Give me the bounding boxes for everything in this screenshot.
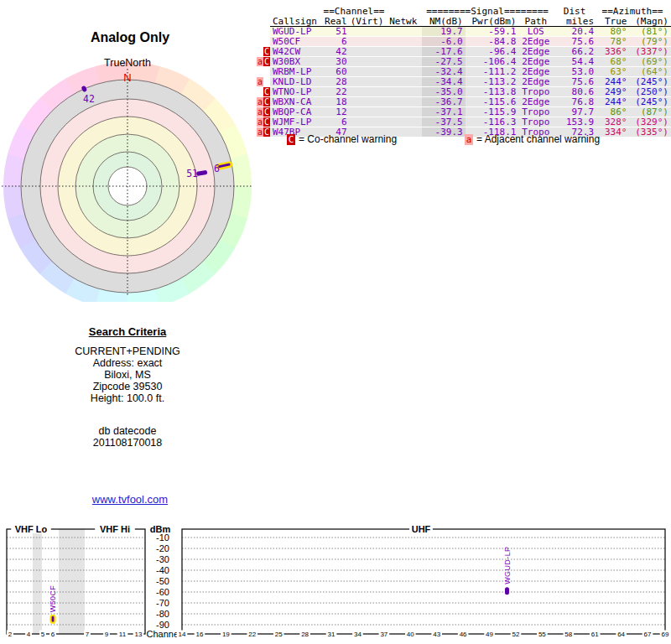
table-row: WRBM-LP60-32.4-111.22Edge53.063°(64°)	[257, 67, 671, 77]
group-header-channel: ==Channel==	[324, 7, 388, 17]
dbm-tick-label: -40	[156, 565, 169, 575]
channel-tick-label: 14	[179, 631, 186, 638]
tvfool-link[interactable]: www.tvfool.com	[92, 493, 168, 506]
search-criteria-heading: Search Criteria	[27, 326, 228, 338]
co-channel-warning-icon: C	[263, 87, 270, 96]
cell-dist-miles: 75.6	[555, 77, 596, 87]
radar-channel-label: 51	[186, 168, 198, 179]
channel-tick-label: 55	[538, 631, 546, 638]
cell-azimuth-true: 78°	[596, 37, 629, 47]
adjacent-channel-legend-text: = Adjacent channel warning	[476, 133, 600, 145]
highlighted-station-point	[51, 615, 55, 623]
cell-nm-db: -37.1	[422, 107, 466, 117]
warning-badges-cell: a	[257, 77, 270, 87]
cell-callsign: WTNO-LP	[270, 87, 324, 97]
channel-tick-label: 34	[354, 631, 362, 638]
cell-path: Tropo	[518, 87, 555, 97]
adjacent-channel-warning-icon: a	[257, 57, 263, 66]
group-header-dist: Dist	[555, 7, 596, 17]
cell-callsign: WJMF-LP	[270, 117, 324, 127]
cell-pwr-dbm: -113.2	[466, 77, 519, 87]
channel-tick-label: 9	[105, 631, 109, 638]
cell-pwr-dbm: -113.8	[466, 87, 519, 97]
cell-channel-real: 12	[324, 107, 350, 117]
col-header-real: Real	[324, 17, 350, 27]
cell-pwr-dbm: -59.1	[466, 27, 519, 37]
channel-tick-label: 28	[301, 631, 309, 638]
adjacent-channel-warning-icon: a	[257, 117, 263, 127]
cell-network	[387, 57, 422, 67]
cell-azimuth-true: 328°	[596, 117, 629, 127]
cell-azimuth-magn: (250°)	[629, 87, 671, 97]
radar-channel-label: 6	[214, 163, 220, 174]
warning-badges-cell: aC	[257, 127, 270, 138]
cell-pwr-dbm: -111.2	[466, 67, 519, 77]
search-criteria-block: Search Criteria CURRENT+PENDING Address:…	[27, 326, 228, 449]
channel-tick-label: 22	[248, 631, 256, 638]
cell-pwr-dbm: -106.4	[466, 57, 519, 67]
dbm-tick-label: -70	[156, 598, 169, 608]
cell-nm-db: -34.4	[422, 77, 466, 87]
cell-azimuth-magn: (245°)	[629, 97, 671, 107]
cell-azimuth-magn: (79°)	[629, 37, 671, 47]
cell-network	[387, 77, 422, 87]
warning-badges-cell: aC	[257, 107, 270, 117]
dbm-axis-label: dBm	[150, 524, 171, 534]
channel-tick-label: 52	[512, 631, 520, 638]
cell-channel-real: 51	[324, 27, 350, 37]
station-point-callsign: WGUD-LP	[503, 547, 512, 584]
dbm-tick-label: -60	[156, 587, 169, 597]
adjacent-channel-warning-icon: a	[257, 97, 263, 106]
cell-azimuth-true: 244°	[596, 97, 629, 107]
cell-channel-virt	[350, 77, 388, 87]
table-row: aKNLD-LD28-34.4-113.22Edge75.6244°(245°)	[257, 77, 671, 87]
channel-tick-label: 25	[275, 631, 283, 638]
co-channel-warning-icon: C	[263, 127, 270, 137]
search-line-zipcode: Zipcode 39530	[27, 381, 228, 392]
cell-callsign: WBXN-CA	[270, 97, 324, 107]
cell-channel-virt	[350, 107, 388, 117]
cell-callsign: WRBM-LP	[270, 67, 324, 77]
cell-network	[387, 87, 422, 97]
cell-channel-real: 18	[324, 97, 350, 107]
col-header-virt: (Virt)	[350, 17, 388, 27]
dbm-tick-label: -80	[156, 609, 169, 619]
search-line-height: Height: 100.0 ft.	[27, 392, 228, 404]
cell-channel-virt	[350, 67, 388, 77]
channel-tick-label: 16	[195, 631, 203, 638]
radar-plot: TrueNorthN42516	[0, 25, 260, 302]
co-channel-warning-icon: C	[263, 47, 270, 56]
channel-tick-label: 2	[8, 631, 13, 638]
co-channel-warning-icon: C	[287, 134, 295, 145]
co-channel-warning-icon: C	[263, 117, 270, 127]
cell-dist-miles: 153.9	[555, 117, 596, 127]
dbm-tick-label: -20	[156, 543, 169, 553]
cell-path: 2Edge	[518, 67, 555, 77]
channel-tick-label: 67	[644, 631, 652, 638]
cell-network	[387, 47, 422, 57]
band-title: UHF	[412, 524, 431, 534]
table-row: WGUD-LP5119.7-59.1LOS20.480°(81°)	[257, 27, 671, 37]
cell-nm-db: -32.4	[422, 67, 466, 77]
cell-path: 2Edge	[518, 57, 555, 67]
cell-dist-miles: 54.4	[555, 57, 596, 67]
cell-callsign: W42CW	[270, 47, 324, 57]
channel-tick-label: 37	[380, 631, 388, 638]
cell-callsign: W50CF	[270, 37, 324, 47]
cell-network	[387, 117, 422, 127]
channel-tick-label: 58	[564, 631, 572, 638]
cell-network	[387, 107, 422, 117]
cell-path: 2Edge	[518, 47, 555, 57]
radar-channel-label: 42	[83, 93, 95, 105]
cell-pwr-dbm: -116.3	[466, 117, 519, 127]
cell-azimuth-true: 249°	[596, 87, 629, 97]
cell-nm-db: -35.0	[422, 87, 466, 97]
channel-axis-label: Channel	[147, 629, 181, 639]
table-row: CWTNO-LP22-35.0-113.8Tropo80.6249°(250°)	[257, 87, 671, 97]
channel-tick-label: 40	[407, 631, 414, 638]
cell-nm-db: -27.5	[422, 57, 466, 67]
col-header-pwr: Pwr(dBm)	[466, 17, 519, 27]
cell-channel-virt	[350, 87, 388, 97]
warning-badges-cell: C	[257, 87, 270, 97]
cell-channel-virt	[350, 27, 388, 37]
